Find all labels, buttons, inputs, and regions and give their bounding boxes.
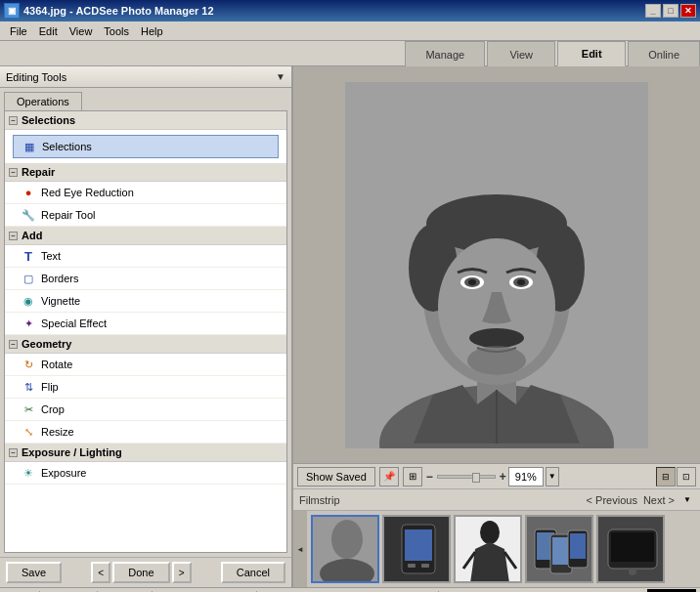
svg-point-18 bbox=[331, 520, 363, 559]
done-button[interactable]: Done bbox=[112, 562, 169, 583]
filmstrip-dropdown[interactable]: ▼ bbox=[680, 492, 694, 508]
svg-point-15 bbox=[467, 346, 526, 375]
minimize-button[interactable]: _ bbox=[645, 4, 661, 18]
borders-item[interactable]: ▢ Borders bbox=[5, 268, 286, 290]
zoom-dropdown[interactable]: ▼ bbox=[546, 467, 559, 486]
special-effect-item[interactable]: ✦ Special Effect bbox=[5, 313, 286, 335]
editing-tools-label: Editing Tools bbox=[6, 71, 66, 83]
text-item[interactable]: T Text bbox=[5, 245, 286, 268]
resize-item[interactable]: ⤡ Resize bbox=[5, 421, 286, 444]
filmstrip-thumb-2[interactable] bbox=[382, 515, 451, 583]
status-bar: 11/17 4364.jpg 13,7 KB 300x400x24b jpeg … bbox=[0, 587, 700, 592]
menu-edit[interactable]: Edit bbox=[33, 23, 64, 39]
app-icon: ▣ bbox=[4, 3, 20, 19]
left-bottom-bar: Save < Done > Cancel bbox=[0, 557, 291, 587]
tab-online[interactable]: Online bbox=[628, 41, 700, 66]
view-mode-buttons: ⊟ ⊡ bbox=[656, 467, 696, 486]
wrench-icon: 🔧 bbox=[21, 207, 36, 223]
svg-point-13 bbox=[517, 279, 525, 285]
zoom-slider-thumb[interactable] bbox=[472, 473, 480, 483]
filmstrip-next-button[interactable]: Next > bbox=[643, 494, 675, 506]
save-button[interactable]: Save bbox=[6, 562, 62, 583]
selections-toggle[interactable]: − bbox=[9, 116, 18, 125]
svg-rect-35 bbox=[570, 533, 586, 559]
filmstrip-header: Filmstrip < Previous Next > ▼ bbox=[293, 489, 700, 511]
compare-icon[interactable]: ⊞ bbox=[403, 467, 422, 486]
svg-point-12 bbox=[468, 279, 476, 285]
close-button[interactable]: ✕ bbox=[680, 4, 696, 18]
filmstrip-prev-button[interactable]: < Previous bbox=[587, 494, 637, 506]
menu-bar: File Edit View Tools Help bbox=[0, 21, 700, 41]
image-area bbox=[293, 66, 700, 463]
exposure-icon: ☀ bbox=[21, 465, 36, 481]
next-button[interactable]: > bbox=[172, 562, 192, 583]
repair-toggle[interactable]: − bbox=[9, 168, 18, 177]
actual-size-button[interactable]: ⊡ bbox=[677, 467, 696, 486]
menu-view[interactable]: View bbox=[64, 23, 99, 39]
svg-rect-22 bbox=[405, 529, 432, 561]
filmstrip-thumb-4[interactable] bbox=[525, 515, 593, 583]
selections-item[interactable]: ▦ Selections bbox=[13, 135, 279, 158]
cancel-button[interactable]: Cancel bbox=[221, 562, 285, 583]
exposure-toggle[interactable]: − bbox=[9, 448, 18, 457]
zoom-controls: − + 91% ▼ bbox=[426, 467, 559, 486]
prev-button[interactable]: < bbox=[91, 562, 110, 583]
svg-rect-24 bbox=[421, 564, 429, 568]
show-saved-button[interactable]: Show Saved bbox=[297, 467, 375, 486]
rotate-item[interactable]: ↻ Rotate bbox=[5, 354, 286, 376]
menu-tools[interactable]: Tools bbox=[98, 23, 135, 39]
geometry-title: Geometry bbox=[22, 338, 71, 350]
tab-view[interactable]: View bbox=[487, 41, 555, 66]
svg-point-26 bbox=[480, 521, 500, 544]
section-repair-header[interactable]: − Repair bbox=[5, 163, 286, 182]
window-title: 4364.jpg - ACDSee Photo Manager 12 bbox=[23, 5, 214, 17]
section-exposure-header[interactable]: − Exposure / Lighting bbox=[5, 444, 286, 462]
editing-tools-header: Editing Tools ▼ bbox=[0, 66, 291, 88]
crop-item[interactable]: ✂ Crop bbox=[5, 399, 286, 421]
fit-window-button[interactable]: ⊟ bbox=[656, 467, 676, 486]
menu-file[interactable]: File bbox=[4, 23, 33, 39]
selections-icon: ▦ bbox=[22, 139, 37, 154]
right-bottom: Show Saved 📌 ⊞ − + 91% ▼ ⊟ ⊡ bbox=[293, 463, 700, 587]
vignette-item[interactable]: ◉ Vignette bbox=[5, 290, 286, 313]
maximize-button[interactable]: □ bbox=[663, 4, 678, 18]
svg-point-14 bbox=[469, 328, 524, 348]
filmstrip-scroll-left[interactable]: ◄ bbox=[293, 511, 307, 587]
text-label: Text bbox=[41, 250, 61, 262]
vignette-label: Vignette bbox=[41, 295, 80, 307]
svg-rect-23 bbox=[408, 564, 416, 568]
red-eye-item[interactable]: ● Red Eye Reduction bbox=[5, 182, 286, 204]
svg-rect-33 bbox=[552, 537, 570, 565]
section-add-header[interactable]: − Add bbox=[5, 227, 286, 245]
pin-icon[interactable]: 📌 bbox=[379, 467, 399, 486]
special-effect-icon: ✦ bbox=[21, 316, 36, 331]
filmstrip-thumb-5[interactable] bbox=[596, 515, 665, 583]
add-content: T Text ▢ Borders ◉ Vignette ✦ Special Ef… bbox=[5, 245, 286, 335]
flip-item[interactable]: ⇅ Flip bbox=[5, 376, 286, 399]
section-geometry-header[interactable]: − Geometry bbox=[5, 335, 286, 354]
operations-tab[interactable]: Operations bbox=[4, 92, 82, 110]
repair-tool-item[interactable]: 🔧 Repair Tool bbox=[5, 204, 286, 227]
svg-rect-38 bbox=[611, 532, 654, 562]
editing-tools-dropdown[interactable]: ▼ bbox=[276, 71, 285, 82]
zoom-minus-button[interactable]: − bbox=[426, 470, 433, 484]
tab-manage[interactable]: Manage bbox=[405, 41, 485, 66]
zoom-plus-button[interactable]: + bbox=[500, 470, 506, 484]
svg-point-39 bbox=[629, 568, 636, 575]
section-selections-header[interactable]: − Selections bbox=[5, 111, 286, 130]
selections-content: ▦ Selections bbox=[5, 130, 286, 163]
geometry-toggle[interactable]: − bbox=[9, 340, 18, 349]
resize-icon: ⤡ bbox=[21, 424, 36, 440]
filmstrip-thumb-3[interactable] bbox=[454, 515, 522, 583]
exposure-label: Exposure bbox=[41, 467, 86, 479]
exposure-title: Exposure / Lighting bbox=[22, 446, 122, 458]
text-icon: T bbox=[21, 248, 36, 264]
crop-label: Crop bbox=[41, 403, 65, 415]
repair-title: Repair bbox=[22, 166, 55, 178]
tab-edit[interactable]: Edit bbox=[557, 41, 626, 66]
exposure-item[interactable]: ☀ Exposure bbox=[5, 462, 286, 485]
portrait-image bbox=[345, 82, 648, 448]
menu-help[interactable]: Help bbox=[135, 23, 169, 39]
filmstrip-thumb-1[interactable] bbox=[311, 515, 379, 583]
add-toggle[interactable]: − bbox=[9, 232, 18, 240]
